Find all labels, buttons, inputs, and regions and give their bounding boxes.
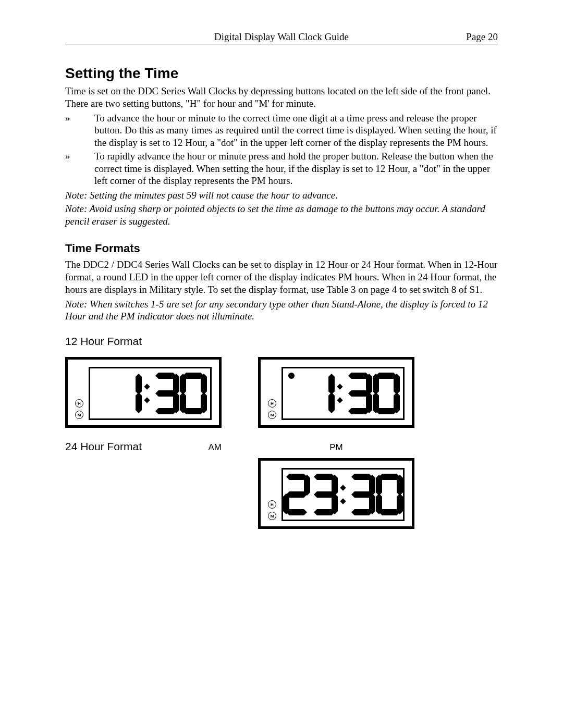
clock-frame: H M [258, 357, 414, 428]
digit-1-icon [115, 373, 142, 414]
digit-3-icon [152, 373, 179, 414]
hour-button[interactable]: H [268, 399, 276, 408]
bullet-text: To rapidly advance the hour or minute pr… [94, 150, 498, 187]
bullet-marker: » [65, 112, 94, 149]
clock-display [282, 468, 405, 521]
bullet-marker: » [65, 150, 94, 187]
heading-time-formats: Time Formats [65, 242, 498, 255]
digit-3-icon [348, 474, 375, 515]
list-item: » To rapidly advance the hour or minute … [65, 150, 498, 187]
note-text: Note: Avoid using sharp or pointed objec… [65, 203, 498, 228]
digit-3-icon [345, 373, 372, 414]
list-item: » To advance the hour or minute to the c… [65, 112, 498, 149]
header-page-number: Page 20 [435, 31, 498, 43]
note-text: Note: Setting the minutes past 59 will n… [65, 189, 498, 202]
bullet-text: To advance the hour or minute to the cor… [94, 112, 498, 149]
am-label: AM [209, 442, 222, 453]
pm-label: PM [329, 442, 343, 452]
clock-pm: H M [258, 357, 414, 428]
clock-frame: H M [258, 458, 414, 529]
clock-row-12h: H M H M [65, 357, 498, 428]
clock-buttons: H M [268, 399, 276, 419]
clock-am: H M [65, 357, 222, 428]
colon-icon [338, 385, 342, 402]
note-text: Note: When switches 1-5 are set for any … [65, 298, 498, 323]
formats-paragraph: The DDC2 / DDC4 Series Wall Clocks can b… [65, 258, 498, 295]
digit-0-icon [376, 474, 403, 515]
minute-button[interactable]: M [75, 411, 83, 419]
minute-button[interactable]: M [268, 411, 276, 419]
digit-0-icon [373, 373, 400, 414]
clock-display [282, 367, 405, 420]
digit-3-icon [311, 474, 338, 515]
digit-1-icon [93, 373, 114, 414]
clock-row-24h: H M [65, 458, 498, 529]
heading-24-hour: 24 Hour Format [65, 440, 142, 453]
header-title: Digital Display Wall Clock Guide [128, 31, 435, 43]
pm-indicator-icon [288, 373, 295, 379]
intro-paragraph: Time is set on the DDC Series Wall Clock… [65, 85, 498, 110]
page-header: Digital Display Wall Clock Guide Page 20 [65, 31, 498, 44]
clock-buttons: H M [75, 399, 83, 419]
bullet-list: » To advance the hour or minute to the c… [65, 112, 498, 188]
clock-frame: H M [65, 357, 222, 428]
digit-group [93, 368, 207, 418]
heading-12-hour: 12 Hour Format [65, 335, 498, 348]
document-page: Digital Display Wall Clock Guide Page 20… [0, 0, 563, 560]
digit-1-icon [308, 373, 335, 414]
hour-button[interactable]: H [268, 500, 276, 509]
minute-button[interactable]: M [268, 512, 276, 520]
digit-group [286, 368, 400, 418]
digit-0-icon [180, 373, 207, 414]
clock-buttons: H M [268, 500, 276, 520]
hour-button[interactable]: H [75, 399, 83, 408]
heading-setting-time: Setting the Time [65, 65, 498, 82]
clock-24h: H M [258, 458, 414, 529]
digit-2-icon [283, 474, 310, 515]
caption-row: 24 Hour Format AM PM [65, 428, 498, 458]
colon-icon [341, 486, 345, 503]
colon-icon [145, 385, 149, 402]
digit-group [283, 470, 403, 520]
digit-1-icon [286, 373, 307, 414]
clock-display [89, 367, 212, 420]
